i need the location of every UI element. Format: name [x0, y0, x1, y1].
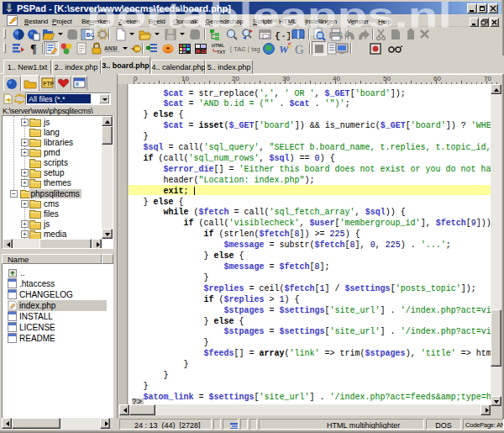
svg-text:¶: ¶	[30, 43, 37, 55]
svg-text:❲TAG: ❲TAG	[228, 45, 245, 53]
svg-text:W: W	[279, 43, 290, 55]
svg-text:M-13: M-13	[196, 49, 207, 54]
svg-text:FTP: FTP	[43, 81, 54, 87]
svg-text:G: G	[295, 43, 304, 56]
svg-text:TXT: TXT	[217, 50, 225, 55]
svg-text:ANSI: ANSI	[104, 45, 118, 51]
svg-text:HTML: HTML	[212, 43, 225, 48]
svg-text:❲tag: ❲tag	[246, 45, 260, 53]
